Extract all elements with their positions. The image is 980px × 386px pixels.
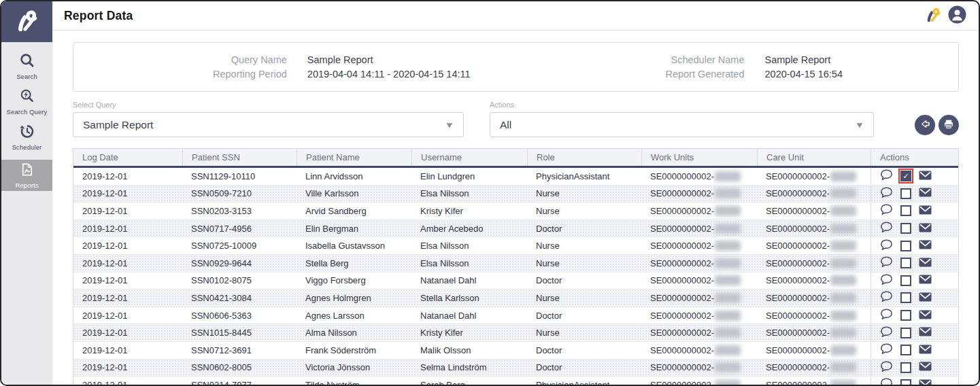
- reporting-period-label: Reporting Period: [213, 69, 287, 80]
- comment-button[interactable]: [880, 326, 893, 340]
- email-button[interactable]: [919, 240, 932, 251]
- work-units-redacted-value: [715, 224, 741, 234]
- sidebar-item-scheduler[interactable]: Scheduler: [1, 119, 52, 154]
- comment-button[interactable]: [880, 274, 893, 287]
- app-window: Search Search Query: [0, 0, 980, 386]
- col-actions: Actions: [871, 149, 958, 166]
- email-button[interactable]: [919, 327, 932, 338]
- cell-work-units: SE0000000002-: [641, 376, 757, 386]
- back-button[interactable]: [915, 115, 935, 135]
- comment-bubble-icon: [880, 309, 893, 322]
- checkbox-highlight: [898, 377, 913, 386]
- comment-button[interactable]: [880, 309, 893, 322]
- email-button[interactable]: [919, 292, 932, 304]
- comment-bubble-icon: [880, 187, 893, 200]
- comment-button[interactable]: [880, 222, 893, 235]
- print-button[interactable]: [939, 115, 959, 135]
- comment-bubble-icon: [880, 326, 893, 340]
- email-button[interactable]: [919, 379, 932, 386]
- comment-bubble-icon: [880, 256, 893, 270]
- email-button[interactable]: [919, 223, 932, 234]
- sidebar-item-search[interactable]: Search: [1, 48, 52, 84]
- row-checkbox[interactable]: [900, 205, 911, 216]
- row-checkbox[interactable]: [900, 345, 911, 355]
- row-checkbox[interactable]: [900, 328, 911, 338]
- cell-username: Sarah Berg: [411, 376, 527, 386]
- work-units-prefix: SE0000000002-: [650, 224, 714, 234]
- comment-button[interactable]: [880, 291, 893, 304]
- row-checkbox[interactable]: [900, 310, 911, 321]
- comment-bubble-icon: [880, 239, 893, 253]
- envelope-icon: [919, 362, 932, 373]
- email-button[interactable]: [919, 275, 932, 286]
- comment-bubble-icon: [880, 169, 893, 183]
- checkbox-highlight: [898, 239, 913, 253]
- cell-log-date: 2019-12-01: [73, 237, 182, 254]
- email-button[interactable]: [919, 362, 932, 373]
- email-button[interactable]: [919, 188, 932, 199]
- comment-button[interactable]: [880, 378, 893, 386]
- comment-button[interactable]: [880, 204, 893, 217]
- row-checkbox[interactable]: [900, 275, 911, 286]
- sidebar-item-label: Reports: [16, 181, 39, 189]
- row-checkbox[interactable]: [900, 171, 911, 181]
- select-query-dropdown[interactable]: Sample Report ▼: [73, 112, 464, 137]
- cell-patient-name: Agnes Larsson: [297, 307, 411, 324]
- cell-care-unit: SE0000000002-: [757, 237, 871, 254]
- care-unit-redacted-value: [830, 345, 856, 355]
- cell-patient-ssn: SSN0314-7977: [182, 376, 297, 386]
- toolbar-buttons: [915, 115, 959, 135]
- cell-patient-name: Tilda Nyström: [297, 376, 411, 386]
- cell-care-unit: SE0000000002-: [757, 290, 871, 306]
- row-checkbox[interactable]: [900, 258, 911, 268]
- table-row: 2019-12-01 SSN1129-10110 Linn Arvidsson …: [73, 168, 958, 186]
- cell-username: Stella Karlsson: [411, 290, 527, 306]
- actions-dropdown[interactable]: All ▼: [490, 112, 874, 137]
- main-area: Report Data: [52, 1, 979, 385]
- email-button[interactable]: [919, 205, 932, 217]
- comment-bubble-icon: [880, 274, 893, 287]
- cell-role: Nurse: [527, 255, 641, 272]
- cell-work-units: SE0000000002-: [641, 290, 757, 306]
- row-checkbox[interactable]: [900, 362, 911, 373]
- care-unit-prefix: SE0000000002-: [766, 206, 830, 216]
- row-checkbox[interactable]: [900, 241, 911, 251]
- cell-actions: [871, 342, 958, 359]
- row-checkbox[interactable]: [900, 379, 911, 386]
- report-summary-card: Query Name Sample Report Reporting Perio…: [73, 42, 959, 92]
- cell-role: Doctor: [527, 359, 641, 376]
- email-button[interactable]: [919, 310, 932, 321]
- care-unit-prefix: SE0000000002-: [766, 293, 830, 303]
- envelope-icon: [919, 223, 932, 234]
- comment-button[interactable]: [880, 361, 893, 374]
- comment-button[interactable]: [880, 169, 893, 183]
- comment-button[interactable]: [880, 187, 893, 200]
- table-row: 2019-12-01 SSN0725-10009 Isabella Gustav…: [73, 237, 958, 255]
- work-units-redacted-value: [715, 311, 741, 321]
- row-checkbox[interactable]: [900, 223, 911, 234]
- cell-work-units: SE0000000002-: [641, 168, 757, 185]
- cell-patient-name: Victoria Jönsson: [297, 359, 411, 376]
- sidebar-item-reports[interactable]: Reports: [1, 160, 52, 191]
- comment-button[interactable]: [880, 256, 893, 270]
- comment-button[interactable]: [880, 343, 893, 357]
- envelope-icon: [919, 379, 932, 386]
- care-unit-prefix: SE0000000002-: [766, 328, 830, 338]
- checkbox-highlight: [898, 343, 913, 357]
- email-button[interactable]: [919, 258, 932, 269]
- sidebar-item-search-query[interactable]: Search Query: [1, 84, 52, 119]
- envelope-icon: [919, 188, 932, 199]
- care-unit-redacted-value: [830, 362, 856, 372]
- email-button[interactable]: [919, 345, 932, 356]
- email-button[interactable]: [919, 171, 932, 182]
- row-checkbox[interactable]: [900, 292, 911, 303]
- work-units-prefix: SE0000000002-: [650, 380, 714, 386]
- user-avatar-icon[interactable]: [948, 5, 966, 27]
- envelope-icon: [919, 205, 932, 217]
- row-checkbox[interactable]: [900, 188, 911, 199]
- envelope-icon: [919, 345, 932, 356]
- comment-button[interactable]: [880, 239, 893, 253]
- cell-patient-ssn: SSN0725-10009: [182, 237, 297, 254]
- cell-care-unit: SE0000000002-: [757, 255, 871, 272]
- work-units-prefix: SE0000000002-: [650, 171, 714, 181]
